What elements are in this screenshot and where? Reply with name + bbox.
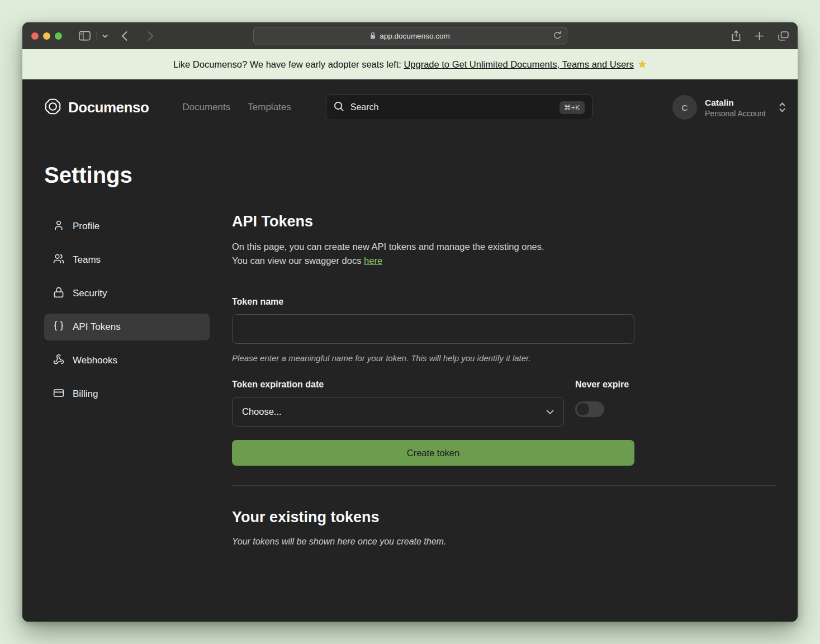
close-window-button[interactable]: [31, 32, 39, 40]
page-title: Settings: [44, 163, 776, 188]
existing-tokens-title: Your existing tokens: [232, 509, 776, 526]
expiration-select[interactable]: Choose...: [232, 397, 564, 427]
sidebar-item-label: API Tokens: [73, 321, 121, 333]
avatar: C: [672, 95, 697, 120]
search-shortcut-badge: ⌘+K: [560, 101, 585, 114]
star-icon: ★: [638, 58, 647, 70]
maximize-window-button[interactable]: [55, 32, 62, 40]
chevron-down-icon: [546, 406, 554, 417]
banner-text: Like Documenso? We have few early adopte…: [173, 59, 404, 70]
nav-documents[interactable]: Documents: [182, 102, 230, 113]
minimize-window-button[interactable]: [43, 32, 50, 40]
expiration-value: Choose...: [242, 406, 282, 417]
token-name-input[interactable]: [232, 314, 634, 344]
app-header: Documenso Documents Templates Search ⌘+K…: [22, 79, 798, 120]
reload-icon[interactable]: [553, 31, 562, 40]
settings-page: Settings Profile: [22, 163, 798, 547]
section-description-line2: You can view our swagger docs here: [232, 254, 776, 268]
swagger-docs-link[interactable]: here: [364, 255, 382, 266]
create-token-button[interactable]: Create token: [232, 440, 634, 466]
never-expire-toggle[interactable]: [575, 401, 604, 417]
documenso-logo-icon: [44, 97, 62, 118]
lock-icon: [370, 32, 376, 40]
browser-window: app.documenso.com: [22, 22, 798, 622]
search-icon: [334, 101, 344, 114]
divider: [232, 277, 776, 277]
sidebar-item-label: Teams: [73, 254, 101, 266]
sidebar-item-profile[interactable]: Profile: [44, 213, 210, 240]
token-name-label: Token name: [232, 297, 634, 307]
sidebar-item-billing[interactable]: Billing: [44, 381, 210, 408]
main-nav: Documents Templates: [182, 102, 291, 113]
credit-card-icon: [53, 387, 64, 401]
account-type: Personal Account: [705, 108, 766, 119]
sidebar-chevron-down-icon[interactable]: [102, 34, 108, 38]
sidebar-item-teams[interactable]: Teams: [44, 247, 210, 273]
existing-tokens-empty-text: Your tokens will be shown here once you …: [232, 537, 776, 547]
sidebar-item-webhooks[interactable]: Webhooks: [44, 347, 210, 374]
sidebar-item-label: Profile: [73, 221, 99, 232]
brand[interactable]: Documenso: [44, 97, 149, 118]
braces-icon: [53, 320, 64, 334]
tab-overview-icon[interactable]: [778, 31, 789, 41]
sidebar-item-security[interactable]: Security: [44, 280, 210, 307]
webhook-icon: [53, 354, 64, 368]
account-menu[interactable]: C Catalin Personal Account: [672, 95, 786, 120]
new-tab-icon[interactable]: [755, 31, 764, 41]
search-placeholder: Search: [350, 102, 553, 112]
chevron-up-down-icon: [778, 101, 786, 113]
sidebar-item-api-tokens[interactable]: API Tokens: [44, 314, 210, 340]
settings-sidebar: Profile Teams: [44, 213, 210, 547]
never-expire-label: Never expire: [575, 380, 634, 390]
lock-icon: [53, 287, 64, 301]
section-description-line1: On this page, you can create new API tok…: [232, 240, 776, 254]
toolbar-separator: [96, 31, 97, 40]
token-name-hint: Please enter a meaningful name for your …: [232, 353, 634, 363]
sidebar-item-label: Webhooks: [73, 355, 117, 366]
traffic-lights: [31, 32, 62, 40]
sidebar-toggle-icon[interactable]: [79, 31, 91, 41]
divider: [232, 485, 776, 486]
toggle-knob: [577, 403, 589, 415]
expiration-label: Token expiration date: [232, 380, 564, 390]
documenso-app: Documenso Documents Templates Search ⌘+K…: [22, 79, 798, 622]
browser-titlebar: app.documenso.com: [22, 22, 798, 49]
account-name: Catalin: [705, 97, 766, 108]
upgrade-banner: Like Documenso? We have few early adopte…: [22, 49, 798, 79]
search-input[interactable]: Search ⌘+K: [326, 94, 593, 120]
upgrade-link[interactable]: Upgrade to Get Unlimited Documents, Team…: [404, 59, 633, 70]
section-title: API Tokens: [232, 213, 776, 230]
api-tokens-panel: API Tokens On this page, you can create …: [232, 213, 776, 547]
nav-templates[interactable]: Templates: [248, 102, 291, 113]
user-icon: [53, 220, 64, 234]
brand-name: Documenso: [68, 99, 149, 116]
forward-button[interactable]: [147, 31, 154, 41]
users-icon: [53, 253, 64, 267]
sidebar-item-label: Billing: [73, 389, 98, 400]
address-bar[interactable]: app.documenso.com: [253, 27, 567, 45]
back-button[interactable]: [121, 31, 128, 41]
sidebar-item-label: Security: [73, 288, 107, 299]
url-text: app.documenso.com: [380, 32, 449, 40]
share-icon[interactable]: [732, 30, 741, 41]
